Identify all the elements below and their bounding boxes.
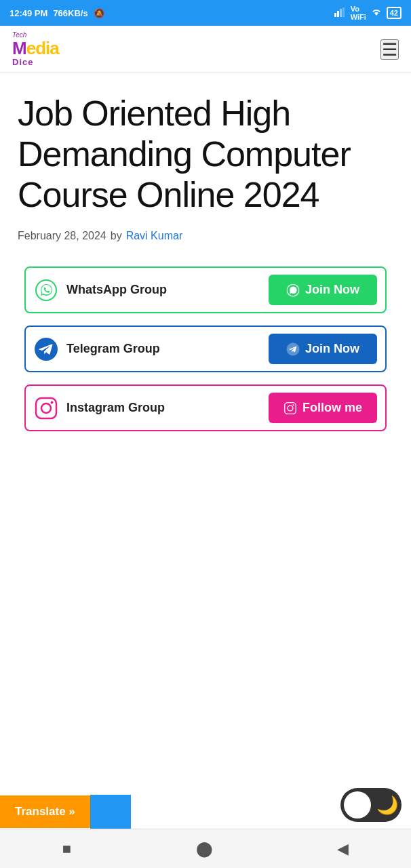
whatsapp-group-label: WhatsApp Group	[66, 283, 167, 297]
translate-bar: Translate »	[0, 795, 131, 829]
svg-point-13	[293, 404, 294, 406]
whatsapp-join-button[interactable]: Join Now	[269, 275, 377, 305]
svg-rect-11	[285, 403, 296, 414]
nav-square-button[interactable]: ■	[49, 835, 85, 863]
signal-icon	[334, 7, 347, 19]
status-network: 766KB/s	[53, 8, 87, 18]
bottom-nav: ■ ⬤ ◀	[0, 829, 411, 868]
telegram-group-label: Telegram Group	[66, 342, 160, 356]
instagram-icon	[34, 396, 58, 420]
group-buttons-section: WhatsApp Group Join Now Telegram G	[18, 267, 393, 431]
svg-rect-0	[334, 13, 336, 17]
instagram-group-label: Instagram Group	[66, 401, 165, 415]
post-author-link[interactable]: Ravi Kumar	[126, 230, 183, 242]
telegram-label: Telegram Group	[34, 337, 160, 361]
svg-point-4	[36, 280, 56, 300]
status-right: VoWiFi 42	[334, 5, 402, 21]
post-by: by	[111, 230, 122, 242]
svg-point-10	[51, 401, 54, 403]
instagram-label: Instagram Group	[34, 396, 165, 420]
svg-point-12	[288, 406, 293, 411]
navbar: Tech Media Dice ☰	[0, 26, 411, 73]
site-logo[interactable]: Tech Media Dice	[12, 31, 59, 68]
whatsapp-join-label: Join Now	[305, 283, 359, 297]
instagram-group-row: Instagram Group Follow me	[24, 384, 387, 431]
translate-blue-strip	[90, 795, 131, 829]
instagram-follow-label: Follow me	[302, 401, 362, 415]
toggle-light-circle	[344, 791, 371, 818]
telegram-join-label: Join Now	[305, 342, 359, 356]
svg-rect-3	[342, 7, 345, 17]
hamburger-menu-button[interactable]: ☰	[380, 39, 399, 60]
moon-icon: 🌙	[376, 795, 398, 816]
battery-indicator: 42	[387, 7, 402, 19]
page-title: Job Oriented High Demanding Computer Cou…	[18, 94, 393, 215]
status-bar: 12:49 PM 766KB/s 🔕 VoWiFi 42	[0, 0, 411, 26]
dark-mode-toggle[interactable]: 🌙	[340, 788, 402, 822]
whatsapp-icon	[34, 278, 58, 302]
status-time: 12:49 PM	[9, 8, 47, 18]
status-left: 12:49 PM 766KB/s 🔕	[9, 8, 104, 18]
post-meta: February 28, 2024 by Ravi Kumar	[18, 230, 393, 242]
svg-point-9	[41, 403, 51, 413]
svg-rect-1	[337, 11, 339, 17]
whatsapp-label: WhatsApp Group	[34, 278, 167, 302]
post-date: February 28, 2024	[18, 230, 106, 242]
main-content: Job Oriented High Demanding Computer Cou…	[0, 73, 411, 431]
vowifi-label: VoWiFi	[351, 5, 366, 21]
telegram-icon	[34, 337, 58, 361]
mute-icon: 🔕	[94, 8, 104, 18]
nav-home-button[interactable]: ⬤	[182, 835, 227, 863]
translate-button[interactable]: Translate »	[0, 795, 90, 828]
whatsapp-group-row: WhatsApp Group Join Now	[24, 267, 387, 313]
nav-back-button[interactable]: ◀	[324, 835, 362, 863]
logo-main-text: Media	[12, 39, 59, 58]
logo-dice-text: Dice	[12, 58, 59, 67]
svg-rect-2	[340, 9, 342, 17]
wifi-icon	[370, 7, 383, 19]
telegram-group-row: Telegram Group Join Now	[24, 326, 387, 372]
telegram-join-button[interactable]: Join Now	[269, 334, 377, 364]
svg-point-6	[35, 338, 58, 361]
svg-point-7	[287, 342, 300, 355]
instagram-follow-button[interactable]: Follow me	[269, 393, 377, 423]
svg-rect-8	[36, 398, 56, 418]
